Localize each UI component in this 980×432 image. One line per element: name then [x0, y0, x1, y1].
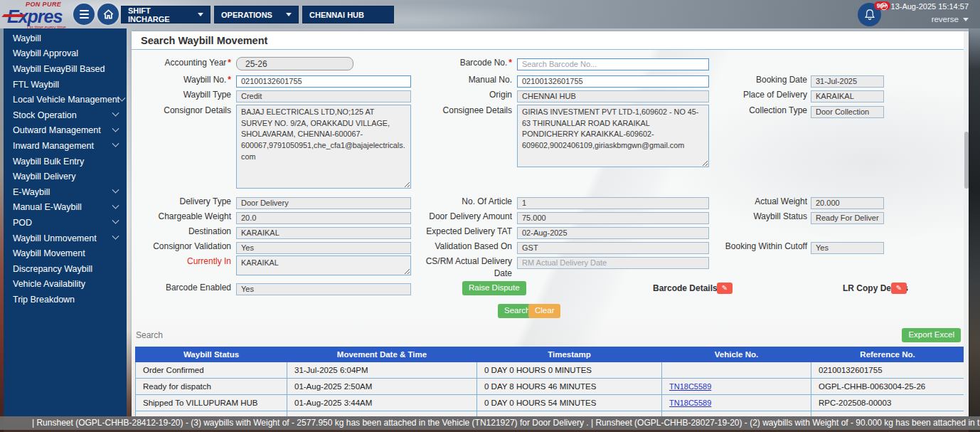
cell-vehicle: [662, 362, 811, 379]
barcode-enabled-input: [236, 283, 411, 295]
waybill-no-input[interactable]: [236, 75, 411, 88]
delivery-type-input: [236, 197, 411, 209]
consignee-details-label: Consignee Details: [412, 105, 512, 117]
door-delivery-amount-label: Door Delivery Amount: [412, 211, 512, 223]
sidebar-item-vehicle-availability[interactable]: Vehicle Availability: [4, 277, 127, 293]
consignor-validation-input: [236, 242, 411, 254]
sidebar-item-waybill-movement[interactable]: Waybill Movement: [4, 246, 127, 261]
user-menu[interactable]: reverse: [932, 15, 969, 23]
logo-main-text: Expres: [7, 8, 75, 26]
consignor-details-textarea[interactable]: BAJAJ ELECTRICALS LTD,NO;125 AT SURVEY N…: [236, 105, 411, 189]
barcode-enabled-label: Barcode Enabled: [132, 282, 231, 294]
sidebar-item-manual-e-waybill[interactable]: Manual E-Waybill: [4, 200, 127, 216]
export-excel-button[interactable]: Export Excel: [902, 328, 961, 342]
col-timestamp: Timestamp: [477, 347, 662, 362]
cell-reference: OGPL-CHHB-0063004-25-26: [811, 379, 964, 395]
cell-movement: 01-Aug-2025 3:44AM: [287, 395, 477, 411]
notifications-button[interactable]: 99+: [858, 3, 881, 26]
origin-label: Origin: [412, 89, 512, 101]
sidebar-item-stock-operation[interactable]: Stock Operation: [4, 107, 127, 123]
sidebar-item-waybill-ewaybill-based[interactable]: Waybill EwayBill Based: [4, 61, 127, 77]
sidebar-item-waybill-approval[interactable]: Waybill Approval: [4, 46, 127, 62]
clock-icon: [880, 2, 888, 11]
cell-movement: 01-Aug-2025 2:50AM: [287, 379, 477, 395]
cell-timestamp: 0 DAY 0 HOURS 0 MINUTES: [477, 362, 662, 379]
waybill-status-label: Waybill Status: [693, 211, 807, 223]
place-of-delivery-input: [811, 90, 884, 102]
movement-table: Waybill Status Movement Date & Time Time…: [135, 347, 964, 416]
booking-within-cutoff-label: Booking Within Cutoff: [693, 241, 807, 253]
module-dropdown-value: OPERATIONS: [221, 11, 272, 19]
top-header: PON PURE Expres On time every time SHIFT…: [0, 0, 980, 28]
barcode-no-label: Barcode No.*: [412, 57, 512, 69]
currently-in-label: Currently In: [132, 255, 231, 268]
barcode-details-label: Barcode Details: [653, 283, 718, 293]
chevron-down-icon: [286, 13, 292, 16]
sidebar-item-discrepancy-waybill[interactable]: Discrepancy Waybill: [4, 261, 127, 277]
role-dropdown-value: SHIFT INCHARGE: [128, 6, 192, 23]
home-icon: [103, 9, 114, 19]
currently-in-textarea[interactable]: KARAIKAL: [236, 255, 411, 275]
col-movement-datetime: Movement Date & Time: [287, 347, 477, 362]
module-dropdown[interactable]: OPERATIONS: [214, 6, 299, 23]
accounting-year-select[interactable]: 25-26: [236, 57, 353, 70]
main-panel: Search Waybill Movement Accounting Year*…: [132, 31, 969, 416]
sidebar-item-inward-management[interactable]: Inward Management: [4, 138, 127, 154]
raise-dispute-button[interactable]: Raise Dispute: [462, 281, 526, 295]
waybill-type-input: [236, 90, 411, 102]
table-row-partial: [136, 411, 964, 417]
no-of-article-input: [517, 197, 709, 209]
user-menu-label: reverse: [932, 15, 959, 23]
destination-label: Destination: [132, 226, 231, 238]
consignor-validation-label: Consignor Validation: [132, 241, 231, 253]
cell-reference: 02100132601755: [811, 362, 964, 379]
barcode-no-input[interactable]: [517, 58, 709, 70]
chevron-down-icon: [112, 140, 119, 147]
cell-vehicle: TN18C5589: [662, 379, 811, 395]
home-button[interactable]: [97, 4, 119, 25]
collection-type-input: [811, 106, 884, 118]
chevron-down-icon: [112, 217, 119, 224]
csrm-actual-delivery-date-label: CS/RM Actual Delivery Date: [412, 255, 512, 280]
sidebar-item-trip-breakdown[interactable]: Trip Breakdown: [4, 292, 127, 307]
cell-movement: 31-Jul-2025 6:04PM: [287, 362, 477, 379]
page-title-bar: Search Waybill Movement: [132, 31, 969, 50]
sidebar-item-waybill[interactable]: Waybill: [4, 31, 127, 46]
cell-timestamp: 0 DAY 0 HOURS 54 MINUTES: [477, 395, 662, 411]
vertical-scrollbar[interactable]: [964, 31, 969, 416]
actual-weight-label: Actual Weight: [693, 196, 807, 208]
expected-delivery-tat-label: Expected Delivery TAT: [412, 226, 512, 238]
col-waybill-status: Waybill Status: [136, 347, 287, 362]
sidebar-item-local-vehicle-management[interactable]: Local Vehicle Management: [4, 92, 127, 107]
vehicle-link[interactable]: TN18C5589: [669, 382, 711, 391]
sidebar-item-ftl-waybill[interactable]: FTL Waybill: [4, 77, 127, 93]
scrollbar-thumb[interactable]: [964, 132, 969, 189]
role-dropdown[interactable]: SHIFT INCHARGE: [121, 6, 211, 23]
sidebar-item-waybill-delivery[interactable]: Waybill Delivery: [4, 169, 127, 184]
destination-input: [236, 227, 411, 239]
sidebar-item-e-waybill[interactable]: E-Waybill: [4, 184, 127, 200]
menu-button[interactable]: [73, 4, 95, 25]
vehicle-link[interactable]: TN18C5589: [669, 399, 711, 407]
barcode-details-edit-button[interactable]: ✎: [717, 283, 733, 294]
sidebar-item-waybill-unmovement[interactable]: Waybill Unmovement: [4, 231, 127, 246]
collection-type-label: Collection Type: [693, 105, 807, 117]
booking-date-label: Booking Date: [693, 74, 807, 86]
sidebar-item-waybill-bulk-entry[interactable]: Waybill Bulk Entry: [4, 154, 127, 169]
lr-copy-details-edit-button[interactable]: ✎: [891, 283, 907, 294]
sidebar-item-outward-management[interactable]: Outward Management: [4, 123, 127, 139]
location-value: CHENNAI HUB: [309, 11, 364, 19]
cell-status: Ready for dispatch: [136, 379, 287, 395]
chargeable-weight-input: [236, 212, 411, 224]
actual-weight-input: [811, 197, 884, 209]
brand-logo: PON PURE Expres On time every time: [7, 1, 75, 31]
consignee-details-textarea[interactable]: GIRIAS INVESTMENT PVT LTD-1,609602 - NO …: [517, 105, 709, 167]
manual-no-input[interactable]: [517, 75, 709, 88]
accounting-year-label: Accounting Year*: [132, 57, 231, 69]
expected-delivery-tat-input: [517, 227, 709, 239]
csrm-actual-delivery-date-input: [517, 257, 709, 269]
edit-icon: ✎: [722, 284, 728, 292]
origin-input: [517, 90, 709, 102]
clear-button[interactable]: Clear: [528, 304, 560, 318]
sidebar-item-pod[interactable]: POD: [4, 215, 127, 231]
